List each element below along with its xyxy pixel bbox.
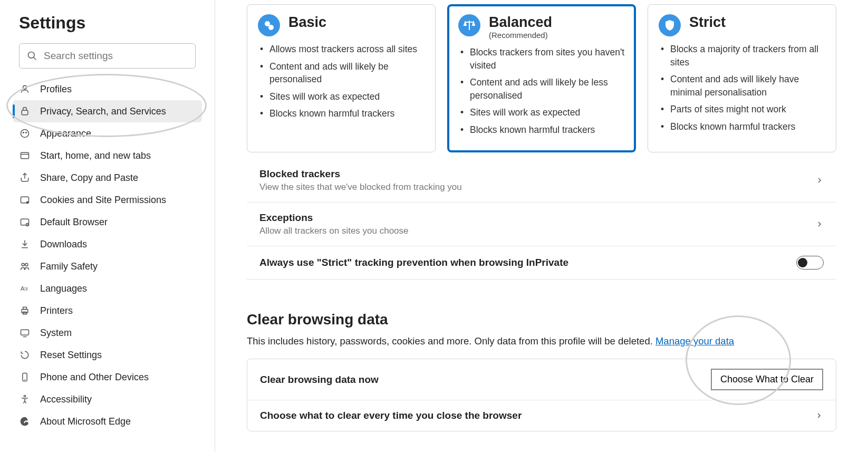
chevron-right-icon <box>815 176 824 185</box>
browser-icon <box>19 216 31 228</box>
clear-now-row: Clear browsing data now Choose What to C… <box>247 359 836 400</box>
nav-start[interactable]: Start, home, and new tabs <box>13 145 202 167</box>
svg-line-1 <box>34 57 36 60</box>
svg-rect-3 <box>22 110 28 114</box>
card-point: Content and ads will likely be personali… <box>260 60 425 86</box>
tracking-card-balanced[interactable]: Balanced (Recommended) Blocks trackers f… <box>447 4 636 152</box>
main-content: Basic Allows most trackers across all si… <box>215 0 868 452</box>
svg-point-17 <box>25 263 28 266</box>
nav-label: About Microsoft Edge <box>40 416 131 427</box>
chevron-right-icon <box>815 220 824 228</box>
tracking-card-strict[interactable]: Strict Blocks a majority of trackers fro… <box>648 4 836 152</box>
nav-label: Downloads <box>40 239 87 250</box>
lock-icon <box>19 105 31 117</box>
tracking-cards: Basic Allows most trackers across all si… <box>247 4 836 152</box>
settings-title: Settings <box>19 13 196 33</box>
nav-system[interactable]: System <box>13 322 202 344</box>
row-title: Clear browsing data now <box>260 374 379 386</box>
svg-point-0 <box>28 52 35 59</box>
card-point: Blocks a majority of trackers from all s… <box>661 43 825 69</box>
settings-nav: Profiles Privacy, Search, and Services A… <box>19 78 196 432</box>
chevron-right-icon <box>815 411 823 420</box>
search-settings-input[interactable] <box>44 50 188 62</box>
nav-privacy[interactable]: Privacy, Search, and Services <box>13 100 202 122</box>
manage-data-link[interactable]: Manage your data <box>655 335 734 347</box>
nav-family[interactable]: Family Safety <box>13 255 202 277</box>
clear-data-heading: Clear browsing data <box>247 311 836 328</box>
nav-reset[interactable]: Reset Settings <box>13 344 202 366</box>
nav-default-browser[interactable]: Default Browser <box>13 211 202 233</box>
card-point: Content and ads will likely be less pers… <box>460 76 625 102</box>
card-point: Sites will work as expected <box>460 106 625 119</box>
nav-about[interactable]: About Microsoft Edge <box>13 410 202 432</box>
row-desc: Allow all trackers on sites you choose <box>259 226 409 236</box>
svg-point-6 <box>26 132 27 133</box>
nav-label: Appearance <box>40 128 91 139</box>
nav-label: Accessibility <box>40 394 92 405</box>
nav-label: Languages <box>40 283 87 294</box>
strict-inprivate-toggle[interactable] <box>796 256 824 270</box>
row-desc: View the sites that we've blocked from t… <box>259 182 462 193</box>
nav-label: Printers <box>40 305 73 316</box>
nav-label: Start, home, and new tabs <box>40 150 151 161</box>
nav-phone[interactable]: Phone and Other Devices <box>13 366 202 388</box>
nav-label: System <box>40 328 72 339</box>
nav-cookies[interactable]: Cookies and Site Permissions <box>13 189 202 211</box>
reset-icon <box>19 349 31 361</box>
family-icon <box>19 261 31 272</box>
svg-point-5 <box>23 132 24 133</box>
card-point: Parts of sites might not work <box>661 103 825 116</box>
nav-label: Phone and Other Devices <box>40 372 149 383</box>
row-title: Blocked trackers <box>259 168 462 180</box>
strict-icon <box>659 14 681 36</box>
strict-inprivate-row: Always use "Strict" tracking prevention … <box>247 246 836 280</box>
nav-appearance[interactable]: Appearance <box>13 122 202 145</box>
share-icon <box>19 172 31 184</box>
balanced-icon <box>458 14 480 36</box>
svg-text:字: 字 <box>24 286 28 292</box>
card-point: Sites will work as expected <box>260 90 425 103</box>
tracking-card-basic[interactable]: Basic Allows most trackers across all si… <box>247 4 436 152</box>
nav-profiles[interactable]: Profiles <box>13 78 202 100</box>
card-title: Basic <box>288 14 326 31</box>
choose-what-to-clear-button[interactable]: Choose What to Clear <box>711 369 823 390</box>
blocked-trackers-row[interactable]: Blocked trackers View the sites that we'… <box>247 159 836 202</box>
nav-share[interactable]: Share, Copy and Paste <box>13 167 202 189</box>
language-icon: A字 <box>19 283 31 294</box>
nav-label: Privacy, Search, and Services <box>40 106 166 117</box>
nav-label: Share, Copy and Paste <box>40 172 138 184</box>
clear-data-text: This includes history, passwords, cookie… <box>247 335 655 347</box>
svg-point-27 <box>24 396 25 397</box>
search-icon <box>27 51 37 61</box>
search-settings-box[interactable] <box>19 43 196 69</box>
nav-accessibility[interactable]: Accessibility <box>13 388 202 410</box>
nav-label: Default Browser <box>40 217 108 228</box>
card-point: Blocks trackers from sites you haven't v… <box>460 46 625 72</box>
row-title: Exceptions <box>259 212 409 224</box>
cookie-icon <box>19 194 31 206</box>
tabs-icon <box>19 150 31 161</box>
svg-point-2 <box>23 85 27 89</box>
exceptions-row[interactable]: Exceptions Allow all trackers on sites y… <box>247 202 836 246</box>
clear-data-paragraph: This includes history, passwords, cookie… <box>247 335 836 347</box>
nav-printers[interactable]: Printers <box>13 300 202 322</box>
nav-languages[interactable]: A字 Languages <box>13 277 202 300</box>
phone-icon <box>19 371 31 383</box>
accessibility-icon <box>19 393 31 405</box>
card-title: Strict <box>689 14 726 31</box>
profiles-icon <box>19 83 31 95</box>
settings-sidebar: Settings Profiles Privacy, Search, and S… <box>0 0 215 452</box>
card-point: Content and ads will likely have minimal… <box>661 73 825 99</box>
nav-label: Profiles <box>40 84 72 95</box>
nav-label: Cookies and Site Permissions <box>40 195 166 206</box>
system-icon <box>19 327 31 339</box>
svg-point-11 <box>26 201 28 203</box>
download-icon <box>19 238 31 250</box>
svg-point-4 <box>21 130 29 138</box>
clear-on-close-row[interactable]: Choose what to clear every time you clos… <box>247 400 836 431</box>
nav-downloads[interactable]: Downloads <box>13 233 202 255</box>
row-title: Choose what to clear every time you clos… <box>260 410 522 421</box>
card-point: Allows most trackers across all sites <box>260 43 425 56</box>
card-point: Blocks known harmful trackers <box>661 120 825 133</box>
edge-icon <box>19 416 31 427</box>
